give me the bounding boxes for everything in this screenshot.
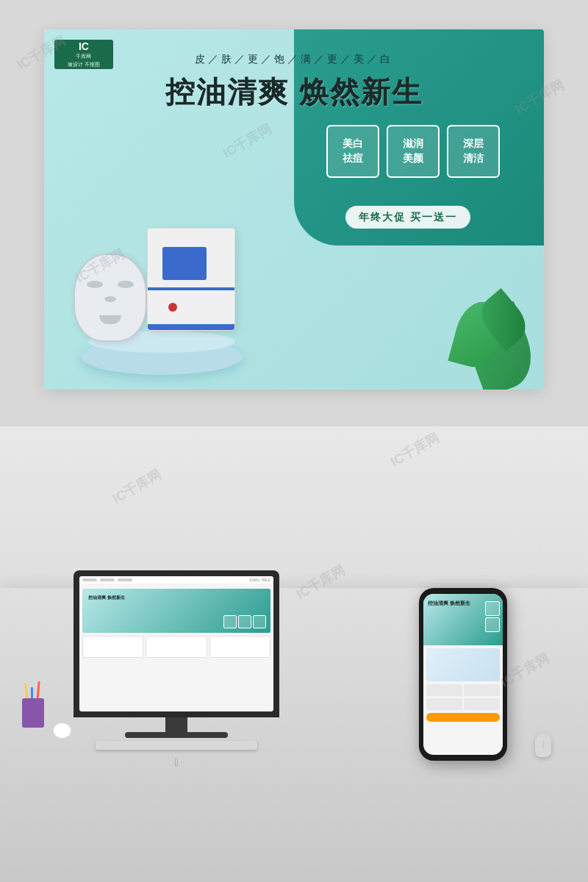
phone-detail-2 <box>464 684 500 696</box>
phone-product-img <box>426 648 500 681</box>
phone-badge-2 <box>485 617 500 632</box>
phone-mockup: 控油清爽 焕然新生 <box>419 588 514 764</box>
phone-screen: 控油清爽 焕然新生 <box>423 594 503 755</box>
mask-eye-right <box>118 281 134 288</box>
phone-badges <box>485 601 500 632</box>
monitor-screen: SAM's TREE 控油清爽 焕然新生 <box>79 576 273 711</box>
phone-detail-row-1 <box>426 684 500 696</box>
product-banner: IC 千库网 做设计 不抠图 皮／肤／更／饱／满／更／美／白 控油清爽 焕然新生… <box>44 29 544 390</box>
badge-cleansing-text: 深层清洁 <box>463 137 484 165</box>
phone-body: 控油清爽 焕然新生 <box>419 588 507 761</box>
screen-nav-1 <box>82 578 97 581</box>
box-dot <box>168 303 177 312</box>
screen-body: 控油清爽 焕然新生 <box>79 586 273 661</box>
logo-text: IC <box>68 40 100 53</box>
phone-badge-1 <box>485 601 500 616</box>
mask-nose <box>104 296 116 302</box>
plant-decoration <box>448 243 537 390</box>
desktop-computer-mockup: SAM's TREE 控油清爽 焕然新生 <box>59 570 294 750</box>
screen-nav-title: SAM's TREE <box>249 578 270 582</box>
paper-ball <box>53 723 71 739</box>
monitor-stand-base <box>125 732 228 738</box>
badge-moisturizing-text: 滋润美颜 <box>403 137 423 165</box>
badge-moisturizing: 滋润美颜 <box>387 125 440 178</box>
badge-cleansing: 深层清洁 <box>447 125 500 178</box>
screen-product-3 <box>209 636 270 658</box>
box-body <box>147 228 235 331</box>
banner-main-title: 控油清爽 焕然新生 <box>165 72 422 112</box>
phone-buy-button[interactable] <box>426 713 500 722</box>
brand-logo: IC 千库网 做设计 不抠图 <box>54 40 113 69</box>
mask-mouth <box>99 315 121 324</box>
phone-detail-4 <box>464 698 500 710</box>
feature-badges: 美白祛痘 滋润美颜 深层清洁 <box>326 125 500 178</box>
monitor: SAM's TREE 控油清爽 焕然新生 <box>74 570 279 717</box>
box-screen <box>162 247 207 280</box>
screen-mini-badges <box>223 615 266 628</box>
screen-mini-badge-1 <box>223 615 237 628</box>
phone-banner-title: 控油清爽 焕然新生 <box>428 600 470 606</box>
phone-content-body <box>423 645 503 725</box>
product-box-illustration <box>147 228 243 338</box>
promo-text: 年终大促 买一送一 <box>359 211 457 223</box>
screen-product-row <box>82 636 270 658</box>
screen-nav-3 <box>118 578 132 581</box>
phone-detail-1 <box>426 684 462 696</box>
screen-mini-badge-2 <box>238 615 251 628</box>
screen-mini-title: 控油清爽 焕然新生 <box>88 595 125 601</box>
phone-banner: 控油清爽 焕然新生 <box>423 594 503 645</box>
pencil-cup <box>22 698 44 735</box>
box-stripe2 <box>148 287 234 290</box>
cup-body <box>22 698 44 728</box>
face-mask-illustration <box>74 254 154 349</box>
phone-screen-content: 控油清爽 焕然新生 <box>423 594 503 755</box>
screen-mini-banner: 控油清爽 焕然新生 <box>82 589 270 633</box>
box-stripe <box>148 324 234 330</box>
mask-eye-left <box>87 281 103 288</box>
screen-mini-badge-3 <box>253 615 266 628</box>
mouse-line <box>543 741 544 748</box>
phone-detail-3 <box>426 698 462 710</box>
apple-logo-icon:  <box>174 756 178 768</box>
screen-product-2 <box>146 636 207 658</box>
product-area <box>66 184 301 375</box>
badge-whitening: 美白祛痘 <box>326 125 379 178</box>
logo-main: 千库网 <box>68 53 100 60</box>
screen-content: SAM's TREE 控油清爽 焕然新生 <box>79 576 273 711</box>
screen-product-1 <box>82 636 143 658</box>
desk-section: SAM's TREE 控油清爽 焕然新生 <box>0 426 588 882</box>
promo-tag: 年终大促 买一送一 <box>345 206 470 229</box>
banner-subtitle: 皮／肤／更／饱／满／更／美／白 <box>195 53 393 66</box>
keyboard <box>96 741 257 750</box>
phone-notch <box>448 588 478 594</box>
screen-nav-2 <box>100 578 115 581</box>
screen-nav-bar: SAM's TREE <box>79 576 273 584</box>
mouse <box>535 734 551 757</box>
phone-detail-row-2 <box>426 698 500 710</box>
mask-face <box>74 254 147 342</box>
badge-whitening-text: 美白祛痘 <box>343 137 363 165</box>
logo-tagline: 做设计 不抠图 <box>68 61 100 68</box>
monitor-stand-top <box>165 717 187 732</box>
